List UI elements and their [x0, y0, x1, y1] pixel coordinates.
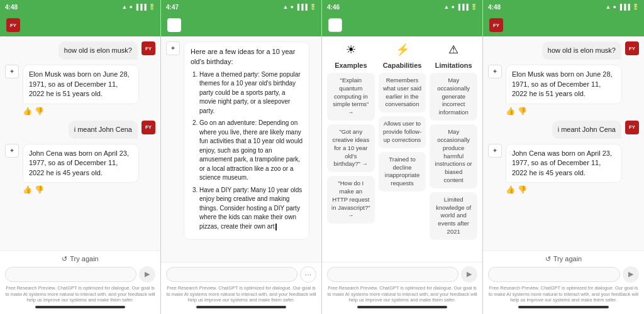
chat-header-4: FY	[483, 14, 644, 36]
bubble: i meant John Cena	[69, 121, 138, 139]
message-row: FY how old is elon musk?	[488, 41, 639, 60]
footer-text-3: Free Research Preview. ChatGPT is optimi…	[327, 283, 477, 305]
limitations-title: Limitations	[435, 62, 472, 69]
capabilities-column: ⚡ Capabilities Remembers what user said …	[379, 43, 426, 240]
warning-icon: ⚠	[448, 43, 458, 57]
example-card[interactable]: "Got any creative ideas for a 10 year ol…	[327, 124, 375, 172]
status-bar-4: 4:48 ▲ ● ▐▐▐ 🔋	[483, 0, 644, 14]
bubble: Here are a few ideas for a 10 year old's…	[184, 41, 309, 240]
input-row-4: ▶	[488, 266, 639, 283]
chat-input[interactable]	[5, 267, 136, 282]
bottom-bar-2	[196, 306, 286, 308]
message-row: ✦ Elon Musk was born on June 28, 1971, s…	[488, 65, 639, 115]
limitation-card: May occasionally generate incorrect info…	[430, 73, 477, 121]
chat-area-1: FY how old is elon musk? ✦ Elon Musk was…	[0, 36, 160, 251]
input-row-2: ···	[166, 266, 316, 283]
thumbs-down-icon[interactable]: 👎	[518, 107, 527, 116]
thumbs-down-icon[interactable]: 👎	[518, 185, 527, 194]
bubble: how old is elon musk?	[58, 41, 138, 60]
avatar: ✦	[5, 65, 19, 78]
bubble: John Cena was born on April 23, 1977, so…	[506, 144, 622, 183]
message-row: ✦ Elon Musk was born on June 28, 1971, s…	[5, 65, 155, 115]
refresh-icon: ↺	[545, 255, 551, 263]
try-again-row: ↺ Try again	[5, 255, 155, 263]
thumbs-down-icon[interactable]: 👎	[35, 185, 44, 194]
avatar: ✦	[166, 41, 180, 55]
chat-input-2[interactable]	[166, 267, 297, 282]
message-row: FY i meant John Cena	[488, 121, 639, 139]
chat-header-2: ✦	[161, 14, 321, 36]
avatar: FY	[142, 41, 155, 55]
examples-column: ☀ Examples "Explain quantum computing in…	[327, 43, 375, 240]
bubble: Elon Musk was born on June 28, 1971, so …	[506, 65, 622, 104]
bottom-bar-3	[357, 306, 447, 308]
avatar: FY	[625, 121, 639, 134]
try-again-label[interactable]: Try again	[553, 255, 582, 263]
header-avatar-3: ✦	[328, 18, 342, 32]
capability-card: Trained to decline inappropriate request…	[379, 152, 426, 192]
capability-card: Allows user to provide follow-up correct…	[379, 116, 426, 148]
chat-area-4: FY how old is elon musk? ✦ Elon Musk was…	[483, 36, 644, 251]
bubble: Elon Musk was born on June 28, 1971, so …	[23, 65, 139, 104]
capability-card: Remembers what user said earlier in the …	[379, 73, 426, 112]
status-time-4: 4:48	[488, 4, 501, 11]
bubble: how old is elon musk?	[542, 41, 621, 60]
header-avatar-1: FY	[6, 18, 20, 32]
example-card[interactable]: "Explain quantum computing in simple ter…	[327, 73, 375, 121]
chat-footer-2: ··· Free Research Preview. ChatGPT is op…	[161, 262, 321, 314]
lightning-icon: ⚡	[396, 43, 409, 57]
message-row: ✦ John Cena was born on April 23, 1977, …	[488, 144, 639, 194]
panel-3: 4:46 ▲ ● ▐▐▐ 🔋 ✦ ☀ Examples "Explain qua…	[322, 0, 483, 314]
status-bar-1: 4:48 ▲ ● ▐▐▐ 🔋	[0, 0, 160, 14]
send-button[interactable]: ▶	[139, 266, 155, 283]
avatar: ✦	[5, 144, 19, 158]
limitation-card: May occasionally produce harmful instruc…	[430, 124, 477, 188]
thumbs-up-icon[interactable]: 👍	[506, 185, 515, 194]
thumbs-up-icon[interactable]: 👍	[23, 185, 32, 194]
bubble: John Cena was born on April 23, 1977, so…	[23, 144, 139, 183]
send-button-3[interactable]: ▶	[461, 266, 477, 283]
chat-footer-3: ▶ Free Research Preview. ChatGPT is opti…	[322, 262, 482, 314]
status-time-1: 4:48	[5, 4, 18, 11]
send-button-4[interactable]: ▶	[623, 266, 639, 283]
chat-area-2: ✦ Here are a few ideas for a 10 year old…	[161, 36, 321, 262]
thumbs-up-icon[interactable]: 👍	[23, 107, 32, 116]
examples-title: Examples	[335, 62, 367, 69]
chat-input-3[interactable]	[327, 267, 458, 282]
more-button[interactable]: ···	[300, 266, 316, 283]
chat-footer-4: ↺ Try again ▶ Free Research Preview. Cha…	[483, 251, 644, 314]
message-row: FY how old is elon musk?	[5, 41, 155, 60]
status-icons-3: ▲ ● ▐▐▐ 🔋	[444, 4, 478, 10]
status-bar-3: 4:46 ▲ ● ▐▐▐ 🔋	[322, 0, 482, 14]
thumbs-row: 👍 👎	[23, 107, 139, 116]
thumbs-down-icon[interactable]: 👎	[35, 107, 44, 116]
limitations-column: ⚠ Limitations May occasionally generate …	[430, 43, 477, 240]
refresh-icon: ↺	[62, 255, 67, 263]
thumbs-row: 👍 👎	[506, 185, 622, 194]
footer-text-1: Free Research Preview. ChatGPT is optimi…	[5, 283, 155, 305]
chat-input-4[interactable]	[488, 267, 620, 282]
chat-header-3: ✦	[322, 14, 482, 36]
welcome-columns: ☀ Examples "Explain quantum computing in…	[327, 43, 477, 240]
thumbs-up-icon[interactable]: 👍	[506, 107, 515, 116]
status-icons-1: ▲ ● ▐▐▐ 🔋	[122, 4, 156, 10]
avatar: ✦	[488, 144, 502, 158]
avatar: FY	[142, 121, 155, 134]
header-avatar-2: ✦	[167, 18, 181, 32]
footer-text-4: Free Research Preview. ChatGPT is optimi…	[488, 283, 639, 305]
header-avatar-4: FY	[489, 18, 503, 32]
bubble: i meant John Cena	[552, 121, 621, 139]
thumbs-row: 👍 👎	[506, 107, 622, 116]
chat-footer-1: ↺ Try again ▶ Free Research Preview. Cha…	[0, 251, 160, 314]
try-again-label[interactable]: Try again	[70, 255, 98, 263]
status-icons-2: ▲ ● ▐▐▐ 🔋	[283, 4, 317, 10]
example-card[interactable]: "How do I make an HTTP request in Javasc…	[327, 176, 375, 224]
status-time-3: 4:46	[327, 4, 340, 11]
message-row: ✦ Here are a few ideas for a 10 year old…	[166, 41, 316, 240]
chat-header-1: FY	[0, 14, 160, 36]
avatar: FY	[625, 41, 639, 55]
message-row: ✦ John Cena was born on April 23, 1977, …	[5, 144, 155, 194]
status-icons-4: ▲ ● ▐▐▐ 🔋	[606, 4, 640, 10]
welcome-panel: ☀ Examples "Explain quantum computing in…	[322, 36, 482, 262]
thumbs-row: 👍 👎	[23, 185, 139, 194]
